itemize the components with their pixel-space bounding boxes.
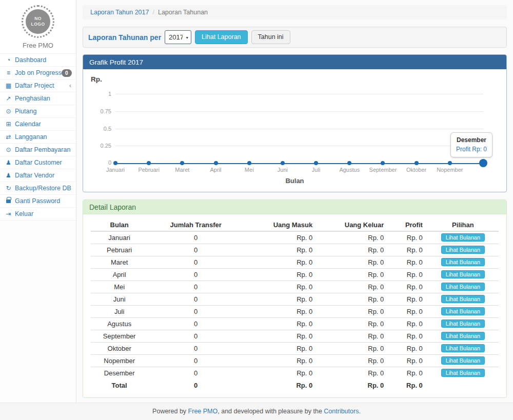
sidebar-item-daftar-pembayaran[interactable]: ⊙Daftar Pembayaran (0, 144, 76, 156)
chart-point-oktober[interactable] (415, 161, 419, 165)
cell-uang-keluar: Rp. 0 (317, 342, 388, 354)
sidebar-item-label: Ganti Password (15, 197, 71, 205)
sidebar-item-label: Langganan (15, 133, 71, 141)
chart-point-juli[interactable] (314, 161, 318, 165)
x-tick-nopember: Nopember (437, 167, 463, 173)
footer-text-middle: , and developed with pleasure by the (218, 408, 324, 415)
chart-point-maret[interactable] (180, 161, 184, 165)
total-profit: Rp. 0 (388, 379, 427, 391)
sidebar-item-langganan[interactable]: ⇄Langganan (0, 131, 76, 144)
calendar-icon: ⊞ (5, 120, 12, 128)
chart-point-agustus[interactable] (347, 161, 351, 165)
year-select[interactable]: 2017 (165, 30, 191, 44)
lihat-bulanan-button-desember[interactable]: Lihat Bulanan (441, 369, 485, 377)
cell-pilihan: Lihat Bulanan (427, 330, 499, 342)
footer-link-free-pmo[interactable]: Free PMO (188, 408, 218, 415)
x-tick-september: September (369, 167, 397, 173)
breadcrumb-link-laporan-tahun[interactable]: Laporan Tahun 2017 (90, 9, 149, 16)
lihat-bulanan-button-september[interactable]: Lihat Bulanan (441, 332, 485, 340)
brand-name: Free PMO (0, 42, 76, 49)
cell-pilihan: Lihat Bulanan (427, 268, 499, 281)
cell-bulan: September (91, 330, 148, 342)
chart-point-mei[interactable] (247, 161, 251, 165)
chart-plot-area: Desember Profit Rp: 0 10.750.50.250Janua… (115, 94, 483, 163)
lihat-bulanan-button-oktober[interactable]: Lihat Bulanan (441, 344, 485, 352)
sidebar-item-backup-restore-db[interactable]: ↻Backup/Restore DB (0, 182, 76, 195)
footer-link-contributors[interactable]: Contributors (324, 408, 359, 415)
cell-profit: Rp. 0 (388, 330, 427, 342)
chart-point-januari[interactable] (113, 161, 117, 165)
sidebar-item-daftar-vendor[interactable]: ♟Daftar Vendor (0, 169, 76, 182)
sidebar-item-ganti-password[interactable]: Ganti Password (0, 195, 76, 208)
cell-uang-keluar: Rp. 0 (317, 330, 388, 342)
cell-uang-masuk: Rp. 0 (244, 244, 317, 256)
chart-y-axis-label: Rp. (91, 75, 499, 83)
cell-uang-keluar: Rp. 0 (317, 317, 388, 330)
breadcrumb-current: Laporan Tahunan (158, 9, 208, 16)
gridline: 0.75 (115, 111, 483, 112)
sidebar-item-piutang[interactable]: ⊙Piutang (0, 105, 76, 118)
gridline: 0.5 (115, 129, 483, 129)
money-icon: ⊙ (5, 107, 12, 115)
y-tick-0: 0 (93, 159, 111, 166)
cell-bulan: Nopember (91, 354, 148, 367)
chart-point-pebruari[interactable] (147, 161, 151, 165)
cell-uang-keluar: Rp. 0 (317, 268, 388, 281)
users-icon: ♟ (5, 158, 12, 167)
cell-uang-keluar: Rp. 0 (317, 293, 388, 305)
y-tick-1: 1 (93, 91, 111, 97)
x-tick-mei: Mei (245, 167, 254, 173)
lihat-bulanan-button-juli[interactable]: Lihat Bulanan (441, 307, 485, 315)
cell-uang-masuk: Rp. 0 (244, 268, 317, 281)
lihat-bulanan-button-agustus[interactable]: Lihat Bulanan (441, 319, 485, 328)
sidebar-menu: ◔Dashboard≡Job on Progress0▦Daftar Proje… (0, 53, 76, 221)
sidebar-item-job-on-progress[interactable]: ≡Job on Progress0 (0, 67, 76, 79)
sidebar-item-label: Keluar (15, 210, 71, 218)
sidebar-item-keluar[interactable]: ⇥Keluar (0, 208, 76, 221)
main-content: Laporan Tahun 2017/Laporan Tahunan Lapor… (76, 0, 513, 403)
sidebar-item-daftar-project[interactable]: ▦Daftar Project‹ (0, 79, 76, 92)
cell-bulan: Agustus (91, 317, 148, 330)
chart-point-desember[interactable] (479, 159, 487, 167)
cell-uang-keluar: Rp. 0 (317, 367, 388, 379)
column-header-profit: Profit (388, 219, 427, 231)
x-tick-januari: Januari (106, 167, 125, 173)
lihat-bulanan-button-januari[interactable]: Lihat Bulanan (441, 233, 485, 242)
lihat-bulanan-button-pebruari[interactable]: Lihat Bulanan (441, 246, 485, 254)
cell-uang-masuk: Rp. 0 (244, 367, 317, 379)
cell-jumlah-transfer: 0 (148, 244, 244, 256)
line-chart-icon: ↗ (5, 94, 12, 103)
sidebar-item-label: Daftar Pembayaran (15, 146, 71, 154)
tooltip-value: Profit Rp: 0 (456, 145, 487, 154)
total-pilihan-empty (427, 379, 499, 391)
footer-text-prefix: Powered by (152, 408, 188, 415)
lihat-bulanan-button-nopember[interactable]: Lihat Bulanan (441, 356, 485, 365)
cell-jumlah-transfer: 0 (148, 342, 244, 354)
breadcrumb-separator: / (152, 9, 154, 16)
cell-uang-masuk: Rp. 0 (244, 317, 317, 330)
cell-pilihan: Lihat Bulanan (427, 256, 499, 268)
cell-pilihan: Lihat Bulanan (427, 231, 499, 244)
table-row-nopember: Nopember0Rp. 0Rp. 0Rp. 0Lihat Bulanan (91, 354, 499, 367)
cell-uang-masuk: Rp. 0 (244, 342, 317, 354)
sidebar-item-calendar[interactable]: ⊞Calendar (0, 118, 76, 131)
chart-point-september[interactable] (381, 161, 385, 165)
tahun-ini-button[interactable]: Tahun ini (251, 30, 290, 44)
chart-point-juni[interactable] (281, 161, 285, 165)
lihat-bulanan-button-april[interactable]: Lihat Bulanan (441, 270, 485, 278)
x-tick-juli: Juli (312, 167, 321, 173)
sidebar-item-label: Piutang (15, 107, 71, 115)
lihat-laporan-button[interactable]: Lihat Laporan (195, 30, 247, 44)
chart-point-april[interactable] (214, 161, 218, 165)
sidebar-item-dashboard[interactable]: ◔Dashboard (0, 54, 76, 67)
lihat-bulanan-button-maret[interactable]: Lihat Bulanan (441, 258, 485, 266)
chart-point-nopember[interactable] (448, 161, 452, 165)
lihat-bulanan-button-mei[interactable]: Lihat Bulanan (441, 283, 485, 291)
sidebar-item-daftar-customer[interactable]: ♟Daftar Customer (0, 156, 76, 169)
sidebar-item-label: Daftar Vendor (15, 171, 71, 179)
sidebar-item-penghasilan[interactable]: ↗Penghasilan (0, 92, 76, 105)
chart-title: Grafik Profit 2017 (83, 55, 506, 69)
detail-table: Bulan Jumlah Transfer Uang Masuk Uang Ke… (91, 219, 499, 391)
lihat-bulanan-button-juni[interactable]: Lihat Bulanan (441, 295, 485, 303)
job-count-badge: 0 (62, 69, 72, 77)
